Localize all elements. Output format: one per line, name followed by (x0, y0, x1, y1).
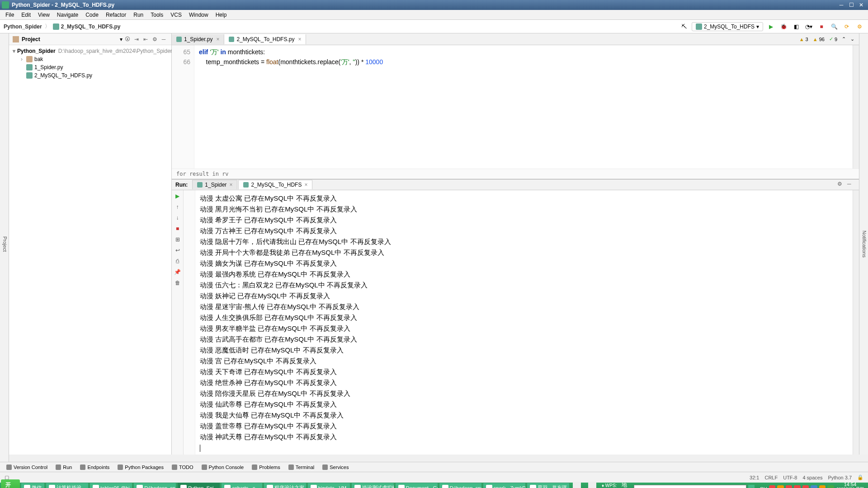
caret-position[interactable]: 32:1 (750, 475, 759, 480)
code-breadcrumb[interactable]: for result in rv (172, 169, 859, 179)
tray-icon[interactable] (794, 485, 801, 488)
ide-settings-icon[interactable]: ⚙ (854, 22, 864, 32)
locate-icon[interactable]: ⦿ (123, 35, 132, 43)
menu-edit[interactable]: Edit (18, 11, 34, 19)
scroll-up-button[interactable]: ↑ (174, 203, 182, 211)
quick-launch-桌面[interactable]: 桌面 (570, 482, 584, 488)
tree-item[interactable]: ›bak (9, 55, 171, 63)
tray-icon[interactable] (827, 485, 834, 488)
console-scrollbar[interactable] (853, 190, 859, 455)
inspection-widget[interactable]: ▲3 ▲96 ✓9 ⌃⌄ (795, 33, 859, 45)
profile-button[interactable]: ◔▾ (804, 22, 814, 32)
soft-wrap-button[interactable]: ↩ (174, 246, 182, 254)
taskbar-item[interactable]: 程序设计之家 (264, 483, 307, 488)
menu-run[interactable]: Run (130, 11, 147, 19)
chevron-down-icon[interactable]: ▾ (120, 36, 123, 42)
rerun-button[interactable]: ▶ (174, 192, 182, 200)
tray-icon[interactable] (802, 485, 809, 488)
taskbar-item[interactable]: D:\hadoop_spark... (439, 483, 482, 488)
run-button[interactable]: ▶ (766, 22, 776, 32)
tray-icon[interactable] (811, 485, 817, 488)
taskbar-item[interactable]: tables06 @hi... (90, 483, 132, 488)
breadcrumb-file[interactable]: 2_MySQL_To_HDFS.py (61, 23, 121, 30)
indent[interactable]: 4 spaces (802, 475, 822, 480)
taskbar-item[interactable]: 晨羽 - 葛东琪 (527, 483, 570, 488)
taskbar-item[interactable]: D:\hadoop_sp... (133, 483, 176, 488)
run-tab[interactable]: 1_Spider× (192, 180, 237, 189)
clock[interactable]: 14:54 2023/8/30 星期三 (836, 482, 864, 488)
bottom-tab-version-control[interactable]: Version Control (3, 464, 51, 471)
close-button[interactable]: ✕ (856, 1, 866, 9)
console-output[interactable]: 动漫 太虚公寓 已存在MySQL中 不再反复录入动漫 黑月光悔不当初 已存在My… (195, 190, 853, 455)
sync-icon[interactable]: ⟳ (842, 22, 852, 32)
quick-launch-库[interactable]: 库 (585, 482, 599, 488)
bottom-tab-python-packages[interactable]: Python Packages (114, 464, 167, 471)
minimize-button[interactable]: ─ (836, 1, 846, 9)
bottom-tab-terminal[interactable]: Terminal (285, 464, 318, 471)
interpreter[interactable]: Python 3.7 (828, 475, 852, 480)
close-tab-icon[interactable]: × (298, 36, 301, 42)
gear-icon[interactable]: ⚙ (151, 35, 159, 43)
menu-tools[interactable]: Tools (147, 11, 167, 19)
editor-tab[interactable]: 1_Spider.py× (172, 34, 224, 44)
debug-button[interactable]: 🐞 (778, 22, 788, 32)
address-input[interactable] (634, 485, 746, 488)
minimize-panel-icon[interactable]: ─ (160, 35, 168, 43)
taskbar-item[interactable]: Python_Spi... (177, 483, 220, 488)
menu-refactor[interactable]: Refactor (102, 11, 130, 19)
go-button[interactable]: ➡ (748, 485, 755, 488)
menu-file[interactable]: File (2, 11, 18, 19)
taskbar-item[interactable]: 计算机毕设... (46, 483, 89, 488)
pin-button[interactable]: 📌 (174, 268, 182, 276)
project-root[interactable]: ▾ Python_Spider D:\hadoop_spark_hive_dm2… (9, 47, 171, 55)
bottom-tab-python-console[interactable]: Python Console (198, 464, 248, 471)
stop-button[interactable]: ■ (816, 22, 826, 32)
maximize-button[interactable]: ☐ (846, 1, 856, 9)
bottom-tab-endpoints[interactable]: Endpoints (76, 464, 113, 471)
editor[interactable]: 6566 elif '万' in monthtickets: temp_mont… (172, 45, 859, 169)
stop-button[interactable]: ■ (174, 225, 182, 233)
line-ending[interactable]: CRLF (764, 475, 778, 480)
start-button[interactable]: 开始 (1, 479, 20, 488)
print-button[interactable]: ⎙ (174, 257, 182, 265)
minimize-panel-icon[interactable]: ─ (847, 181, 855, 189)
tree-item[interactable]: 2_MySQL_To_HDFS.py (9, 71, 171, 80)
taskbar-item[interactable]: 毕设测试虚拟机 (351, 483, 394, 488)
close-tab-icon[interactable]: × (216, 36, 219, 42)
tray-icon[interactable] (786, 485, 793, 488)
taskbar-item[interactable]: echarts - s... (221, 483, 263, 488)
notifications-tool-tab[interactable]: Notifications (859, 33, 868, 455)
breadcrumb-root[interactable]: Python_Spider (4, 23, 42, 30)
bottom-tab-problems[interactable]: Problems (248, 464, 283, 471)
tray-icon[interactable] (819, 485, 826, 488)
taskbar-item[interactable]: spark - ZymkDe... (483, 483, 526, 488)
layout-button[interactable]: ⊞ (174, 235, 182, 244)
gear-icon[interactable]: ⚙ (837, 181, 845, 189)
menu-view[interactable]: View (34, 11, 53, 19)
bottom-tab-todo[interactable]: TODO (168, 464, 197, 471)
menu-navigate[interactable]: Navigate (53, 11, 82, 19)
coverage-button[interactable]: ◧ (791, 22, 801, 32)
editor-tab[interactable]: 2_MySQL_To_HDFS.py× (224, 34, 306, 44)
run-config-selector[interactable]: 2_MySQL_To_HDFS ▾ (692, 22, 763, 31)
run-tab[interactable]: 2_MySQL_To_HDFS× (238, 180, 312, 189)
lock-icon[interactable]: 🔒 (857, 474, 863, 480)
editor-scrollbar[interactable] (853, 45, 859, 169)
menu-vcs[interactable]: VCS (167, 11, 185, 19)
clear-button[interactable]: 🗑 (174, 279, 182, 287)
build-icon[interactable]: ⛏ (679, 22, 689, 32)
menu-code[interactable]: Code (82, 11, 102, 19)
tray-icon[interactable] (777, 485, 784, 488)
taskbar-item[interactable]: Document - Goo... (395, 483, 438, 488)
collapse-all-icon[interactable]: ⇤ (142, 35, 150, 43)
taskbar-item[interactable]: 微信 (21, 483, 45, 488)
project-tool-tab[interactable]: Project (0, 33, 9, 455)
encoding[interactable]: UTF-8 (783, 475, 797, 480)
tree-item[interactable]: 1_Spider.py (9, 63, 171, 71)
bottom-tab-run[interactable]: Run (52, 464, 75, 471)
menu-window[interactable]: Window (185, 11, 212, 19)
system-tray[interactable]: CH 14:54 2023/8/30 星期三 (757, 482, 867, 488)
tray-icon[interactable] (769, 485, 776, 488)
bottom-tab-services[interactable]: Services (319, 464, 352, 471)
search-icon[interactable]: 🔍 (829, 22, 839, 32)
